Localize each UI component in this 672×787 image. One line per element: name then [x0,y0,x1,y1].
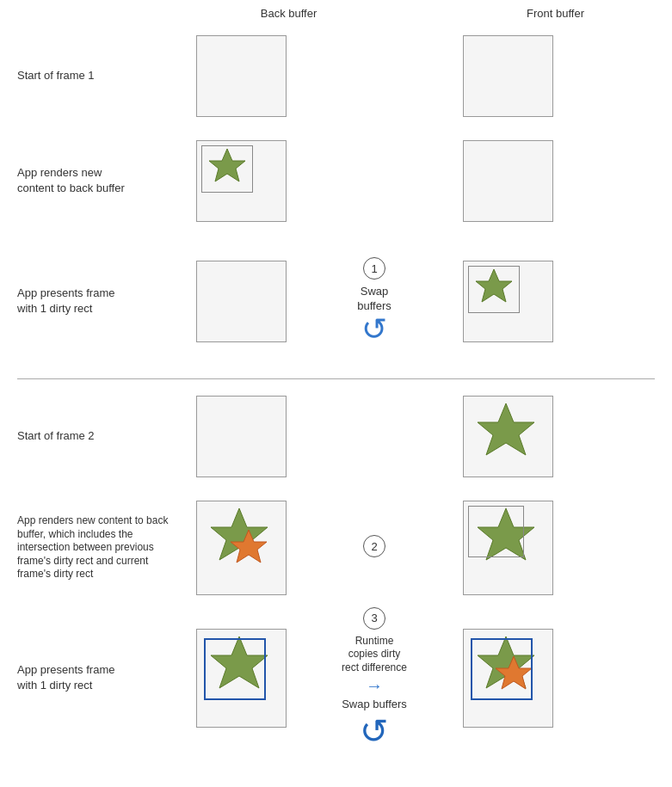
step-label-1: Swapbuffers [357,285,391,314]
svg-marker-4 [231,530,267,563]
step-circle-2: 2 [363,535,385,557]
step-label-3: Runtimecopies dirtyrect difference [342,635,407,675]
label-row1: Start of frame 1 [0,68,172,83]
front-buffer-row3 [463,261,553,342]
back-buffer-row4 [196,396,287,477]
back-buffer-row2 [196,140,287,222]
svg-marker-0 [209,149,245,181]
label-row6: App presents framewith 1 dirty rect [0,662,172,693]
step-circle-3: 3 [363,607,385,630]
back-buffer-row6 [196,629,287,728]
orange-star-back-row5 [223,527,274,579]
back-buffer-row3 [196,261,287,342]
front-buffer-row5 [463,501,553,595]
diagram: Back buffer Front buffer Start of frame … [0,0,672,787]
green-star-front-row4 [465,398,547,476]
back-buffer-row1 [196,35,287,117]
swap-arrow-3: ↺ [360,714,389,748]
front-buffer-header: Front buffer [527,7,584,20]
back-buffer-header: Back buffer [261,7,318,20]
label-row5: App renders new content to back buffer, … [0,514,172,581]
label-row3: App presents framewith 1 dirty rect [0,286,172,317]
swap-arrow-1: ↺ [361,314,387,345]
green-star-row2 [201,145,253,193]
section-divider [17,378,655,379]
back-buffer-row5 [196,501,287,595]
green-star-front-row3 [468,266,520,313]
step-circle-1: 1 [363,257,385,280]
svg-marker-2 [478,403,534,455]
front-buffer-row1 [463,35,553,117]
svg-marker-1 [476,269,512,302]
label-row2: App renders newcontent to back buffer [0,165,172,196]
front-buffer-row6 [463,629,553,728]
swap-label-3: Swap buffers [342,698,407,712]
front-buffer-row4 [463,396,553,477]
label-row4: Start of frame 2 [0,428,172,444]
front-buffer-row2 [463,140,553,222]
